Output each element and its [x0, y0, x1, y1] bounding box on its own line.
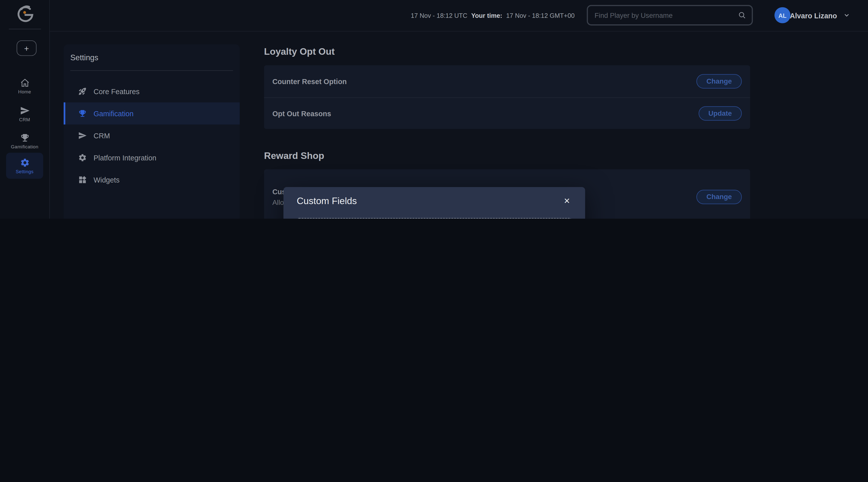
- change-button[interactable]: Change: [696, 74, 742, 88]
- send-icon: [78, 131, 87, 140]
- user-name[interactable]: Alvaro Lizano: [790, 0, 837, 31]
- change-button[interactable]: Change: [696, 190, 742, 204]
- sidebar-item-platform-integration[interactable]: Platform Integration: [64, 147, 240, 169]
- rail-item-label: CRM: [19, 117, 30, 122]
- gear-icon: [78, 153, 87, 162]
- send-icon: [20, 106, 30, 116]
- sidebar-item-label: Gamification: [93, 109, 133, 118]
- section-title-loyalty-opt-out: Loyalty Opt Out: [264, 46, 335, 58]
- sidebar-item-widgets[interactable]: Widgets: [64, 169, 240, 191]
- icon-rail: + Home CRM Gamification Settings Help: [0, 0, 50, 219]
- rail-item-crm[interactable]: CRM: [0, 106, 49, 122]
- search-input[interactable]: [588, 11, 738, 19]
- settings-sidebar: Settings Core Features Gamification CRM …: [64, 44, 240, 219]
- update-button[interactable]: Update: [699, 106, 742, 121]
- trophy-icon: [20, 133, 30, 143]
- sidebar-title: Settings: [70, 53, 98, 62]
- your-time-label: Your time:: [471, 12, 502, 19]
- rail-item-settings[interactable]: Settings: [6, 153, 43, 179]
- rail-item-label: Home: [18, 89, 31, 95]
- gamanza-logo-icon[interactable]: [14, 4, 36, 26]
- loyalty-card: Counter Reset Option Change Opt Out Reas…: [264, 65, 750, 129]
- sidebar-item-crm[interactable]: CRM: [64, 125, 240, 147]
- local-time: 17 Nov - 18:12 GMT+00: [506, 12, 575, 19]
- custom-fields-modal: Custom Fields ✕ ADD CUSTOM FIELDS + Canc…: [283, 187, 585, 219]
- add-custom-fields-dropzone[interactable]: ADD CUSTOM FIELDS +: [297, 218, 571, 219]
- row-counter-reset-option: Counter Reset Option Change: [264, 65, 750, 97]
- section-title-reward-shop: Reward Shop: [264, 151, 324, 162]
- widgets-icon: [78, 175, 87, 184]
- row-opt-out-reasons: Opt Out Reasons Update: [264, 97, 750, 129]
- sidebar-item-label: CRM: [93, 131, 110, 139]
- search-icon[interactable]: [738, 11, 746, 19]
- app-window: + Home CRM Gamification Settings Help 17…: [0, 0, 868, 219]
- sidebar-item-label: Core Features: [93, 87, 140, 95]
- rocket-icon: [78, 87, 87, 96]
- rail-item-home[interactable]: Home: [0, 78, 49, 95]
- avatar[interactable]: AL: [775, 7, 790, 23]
- sidebar-item-core-features[interactable]: Core Features: [64, 80, 240, 102]
- trophy-icon: [78, 109, 87, 118]
- modal-title: Custom Fields: [297, 196, 356, 207]
- sidebar-item-gamification[interactable]: Gamification: [64, 102, 240, 125]
- row-label: Counter Reset Option: [272, 77, 347, 85]
- player-search: [587, 5, 753, 26]
- rail-item-label: Gamification: [11, 144, 38, 149]
- gear-icon: [20, 158, 30, 168]
- rail-item-label: Settings: [16, 169, 33, 174]
- close-icon[interactable]: ✕: [564, 197, 570, 205]
- topbar: 17 Nov - 18:12 UTC Your time: 17 Nov - 1…: [50, 0, 868, 32]
- add-button[interactable]: +: [17, 40, 36, 56]
- chevron-down-icon[interactable]: [843, 11, 850, 19]
- sidebar-item-label: Widgets: [93, 176, 120, 184]
- sidebar-item-label: Platform Integration: [93, 154, 156, 162]
- utc-time: 17 Nov - 18:12 UTC: [411, 12, 467, 19]
- sidebar-divider: [70, 70, 233, 71]
- home-icon: [20, 78, 30, 88]
- rail-divider: [9, 29, 41, 29]
- row-label: Opt Out Reasons: [272, 109, 331, 118]
- time-display: 17 Nov - 18:12 UTC Your time: 17 Nov - 1…: [411, 0, 575, 31]
- rail-item-gamification[interactable]: Gamification: [0, 133, 49, 149]
